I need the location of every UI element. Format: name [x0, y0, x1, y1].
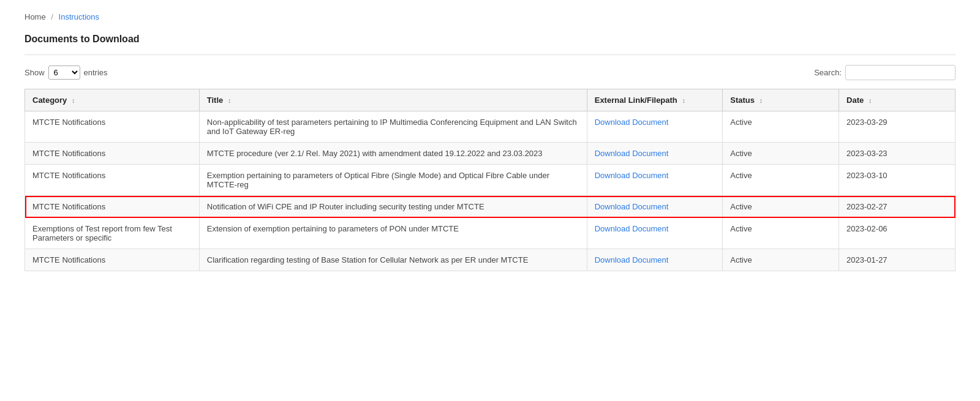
- col-header-date[interactable]: Date ↕: [839, 89, 956, 111]
- cell-category: MTCTE Notifications: [25, 196, 200, 218]
- download-document-link[interactable]: Download Document: [595, 224, 669, 233]
- cell-title: MTCTE procedure (ver 2.1/ Rel. May 2021)…: [199, 143, 587, 165]
- cell-date: 2023-03-10: [839, 165, 956, 196]
- cell-link: Download Document: [587, 196, 723, 218]
- cell-category: MTCTE Notifications: [25, 143, 200, 165]
- cell-category: Exemptions of Test report from few Test …: [25, 218, 200, 249]
- table-header-row: Category ↕ Title ↕ External Link/Filepat…: [25, 89, 956, 111]
- search-label: Search:: [814, 68, 842, 77]
- cell-title: Extension of exemption pertaining to par…: [199, 218, 587, 249]
- search-input[interactable]: [845, 65, 956, 80]
- sort-icon-date: ↕: [869, 97, 872, 104]
- cell-date: 2023-03-23: [839, 143, 956, 165]
- table-row: Exemptions of Test report from few Test …: [25, 218, 956, 249]
- cell-title: Exemption pertaining to parameters of Op…: [199, 165, 587, 196]
- search-box: Search:: [814, 65, 956, 80]
- download-document-link[interactable]: Download Document: [595, 255, 669, 264]
- cell-category: MTCTE Notifications: [25, 249, 200, 271]
- entries-select[interactable]: 6 10 25 50 100: [48, 66, 80, 80]
- cell-category: MTCTE Notifications: [25, 111, 200, 143]
- table-row: MTCTE NotificationsNotification of WiFi …: [25, 196, 956, 218]
- download-document-link[interactable]: Download Document: [595, 171, 669, 180]
- cell-status: Active: [723, 165, 839, 196]
- col-header-status[interactable]: Status ↕: [723, 89, 839, 111]
- cell-link: Download Document: [587, 165, 723, 196]
- cell-link: Download Document: [587, 143, 723, 165]
- cell-date: 2023-01-27: [839, 249, 956, 271]
- cell-title: Non-applicability of test parameters per…: [199, 111, 587, 143]
- breadcrumb-current: Instructions: [59, 12, 99, 21]
- divider: [24, 54, 956, 55]
- page-title: Documents to Download: [24, 34, 956, 45]
- cell-date: 2023-03-29: [839, 111, 956, 143]
- sort-icon-category: ↕: [72, 97, 75, 104]
- cell-status: Active: [723, 111, 839, 143]
- cell-title: Notification of WiFi CPE and IP Router i…: [199, 196, 587, 218]
- table-row: MTCTE NotificationsExemption pertaining …: [25, 165, 956, 196]
- breadcrumb-home[interactable]: Home: [24, 12, 46, 21]
- entries-label: entries: [84, 68, 108, 77]
- cell-date: 2023-02-27: [839, 196, 956, 218]
- col-header-link[interactable]: External Link/Filepath ↕: [587, 89, 723, 111]
- cell-link: Download Document: [587, 111, 723, 143]
- sort-icon-title: ↕: [228, 97, 232, 104]
- cell-status: Active: [723, 143, 839, 165]
- sort-icon-status: ↕: [760, 97, 763, 104]
- cell-status: Active: [723, 218, 839, 249]
- download-document-link[interactable]: Download Document: [595, 149, 669, 158]
- table-row: MTCTE NotificationsNon-applicability of …: [25, 111, 956, 143]
- cell-title: Clarification regarding testing of Base …: [199, 249, 587, 271]
- table-row: MTCTE NotificationsClarification regardi…: [25, 249, 956, 271]
- table-controls: Show 6 10 25 50 100 entries Search:: [24, 65, 956, 80]
- show-label: Show: [24, 68, 45, 77]
- breadcrumb-separator: /: [51, 12, 53, 21]
- cell-category: MTCTE Notifications: [25, 165, 200, 196]
- col-header-category[interactable]: Category ↕: [25, 89, 200, 111]
- cell-status: Active: [723, 249, 839, 271]
- cell-status: Active: [723, 196, 839, 218]
- table-row: MTCTE NotificationsMTCTE procedure (ver …: [25, 143, 956, 165]
- cell-link: Download Document: [587, 218, 723, 249]
- cell-link: Download Document: [587, 249, 723, 271]
- breadcrumb: Home / Instructions: [24, 12, 956, 21]
- download-document-link[interactable]: Download Document: [595, 118, 669, 127]
- sort-icon-link: ↕: [682, 97, 685, 104]
- show-entries-control: Show 6 10 25 50 100 entries: [24, 66, 108, 80]
- download-document-link[interactable]: Download Document: [595, 202, 669, 211]
- cell-date: 2023-02-06: [839, 218, 956, 249]
- documents-table: Category ↕ Title ↕ External Link/Filepat…: [24, 89, 956, 271]
- col-header-title[interactable]: Title ↕: [199, 89, 587, 111]
